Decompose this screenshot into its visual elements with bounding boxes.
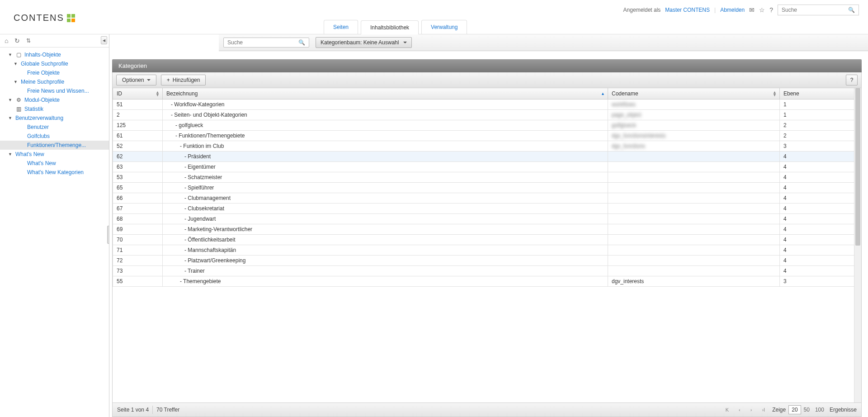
panel-toolbar: Optionen + Hinzufügen ? — [112, 72, 862, 88]
page-size: Zeige 2050100 Ergebnisse — [772, 407, 857, 413]
logout-link[interactable]: Abmelden — [720, 7, 745, 13]
table-row[interactable]: 125- golfglueckgolfglueck2 — [113, 120, 861, 131]
scrollbar-thumb[interactable] — [855, 88, 860, 246]
table-container: ID▲▼Bezeichnung▲Codename▲▼Ebene▲▼ 51- Wo… — [112, 88, 862, 403]
pager-next-icon[interactable]: › — [748, 406, 755, 413]
sidebar-item[interactable]: Freie Objekte — [0, 68, 109, 77]
header: CONTENS SeitenInhaltsbibliothekVerwaltun… — [0, 0, 868, 34]
sidebar-item[interactable]: Freie News und Wissen... — [0, 86, 109, 95]
help-icon[interactable]: ? — [769, 6, 773, 14]
column-header[interactable]: ID▲▼ — [113, 88, 163, 100]
table-row[interactable]: 63- Eigentümer4 — [113, 162, 861, 172]
sidebar-item-label: What's New — [15, 151, 44, 157]
sidebar-item[interactable]: ▥Statistik — [0, 104, 109, 114]
collapse-sidebar-icon[interactable]: ◀ — [101, 36, 107, 44]
sidebar-item[interactable]: ▼Benutzerverwaltung — [0, 114, 109, 123]
tab-inhaltsbibliothek[interactable]: Inhaltsbibliothek — [361, 20, 419, 34]
cell-name: - golfglueck — [163, 120, 608, 131]
chevron-down-icon — [147, 79, 151, 83]
pager: K ‹ › ›I Zeige 2050100 Ergebnisse — [723, 406, 857, 413]
cell-id: 65 — [113, 183, 163, 193]
table-row[interactable]: 61- Funktionen/Themengebietedgv_function… — [113, 131, 861, 141]
global-search[interactable]: 🔍 — [778, 5, 859, 15]
search-icon[interactable]: 🔍 — [298, 39, 305, 46]
show-label: Zeige — [772, 407, 786, 413]
pager-first-icon[interactable]: K — [723, 406, 731, 413]
global-search-input[interactable] — [782, 7, 845, 13]
logged-in-label: Angemeldet als — [623, 7, 661, 13]
cell-code: workflows — [608, 100, 780, 110]
table-row[interactable]: 70- Öffentlichkeitsarbeit4 — [113, 235, 861, 245]
sidebar-item[interactable]: What's New Kategorien — [0, 168, 109, 177]
sidebar-item[interactable]: ▼Meine Suchprofile — [0, 77, 109, 86]
table-row[interactable]: 53- Schatzmeister4 — [113, 172, 861, 183]
table-row[interactable]: 52- Funktion im Clubdgv_functions3 — [113, 141, 861, 152]
settings-icon[interactable]: ⇅ — [26, 38, 31, 44]
content-search-input[interactable] — [227, 39, 295, 46]
cell-id: 53 — [113, 172, 163, 183]
content-toolbar: 🔍 Kategorienbaum: Keine Auswahl — [219, 34, 868, 51]
table-row[interactable]: 2- Seiten- und Objekt-Kategorienpage_obj… — [113, 110, 861, 120]
table-row[interactable]: 51- Workflow-Kategorienworkflows1 — [113, 100, 861, 110]
table-row[interactable]: 66- Clubmanagement4 — [113, 193, 861, 204]
table-row[interactable]: 71- Mannschaftskapitän4 — [113, 245, 861, 256]
sidebar-item[interactable]: What's New — [0, 159, 109, 168]
sidebar-item[interactable]: Benutzer — [0, 123, 109, 132]
options-button[interactable]: Optionen — [116, 75, 156, 85]
column-header[interactable]: Codename▲▼ — [608, 88, 780, 100]
sidebar-item[interactable]: ▼What's New — [0, 150, 109, 159]
user-link[interactable]: Master CONTENS — [665, 7, 710, 13]
scrollbar[interactable] — [854, 88, 861, 403]
nav-tree: ▼▢Inhalts-Objekte▼Globale SuchprofileFre… — [0, 47, 109, 180]
panel-help-button[interactable]: ? — [846, 75, 858, 85]
table-row[interactable]: 65- Spielführer4 — [113, 183, 861, 193]
cell-level: 4 — [780, 256, 861, 266]
table-row[interactable]: 69- Marketing-Verantwortlicher4 — [113, 224, 861, 235]
page-size-option[interactable]: 50 — [801, 406, 812, 414]
table-row[interactable]: 72- Platzwart/Greenkeeping4 — [113, 256, 861, 266]
cell-name: - Themengebiete — [163, 276, 608, 287]
pager-prev-icon[interactable]: ‹ — [736, 406, 743, 413]
column-header[interactable]: Ebene▲▼ — [780, 88, 861, 100]
sidebar-item-label: What's New — [27, 160, 56, 166]
table-row[interactable]: 68- Jugendwart4 — [113, 214, 861, 224]
logo[interactable]: CONTENS — [14, 13, 75, 23]
sidebar-item[interactable]: Funktionen/Themenge... — [0, 141, 109, 150]
sidebar-item[interactable]: ▼⚙Modul-Objekte — [0, 95, 109, 104]
table-row[interactable]: 62- Präsident4 — [113, 152, 861, 162]
page-size-option[interactable]: 20 — [788, 405, 801, 414]
add-button[interactable]: + Hinzufügen — [161, 75, 206, 85]
cell-code — [608, 256, 780, 266]
panel-footer: Seite 1 von 4 70 Treffer K ‹ › ›I Zeige … — [112, 403, 862, 417]
tab-verwaltung[interactable]: Verwaltung — [421, 20, 467, 34]
cell-id: 71 — [113, 245, 163, 256]
table-row[interactable]: 67- Clubsekretariat4 — [113, 204, 861, 214]
sidebar-item-label: Meine Suchprofile — [21, 79, 64, 85]
column-header[interactable]: Bezeichnung▲ — [163, 88, 608, 100]
resize-handle[interactable] — [107, 226, 109, 244]
refresh-icon[interactable]: ↻ — [14, 37, 20, 44]
home-icon[interactable]: ⌂ — [5, 37, 8, 44]
chevron-down-icon: ▼ — [14, 62, 18, 66]
cell-code — [608, 214, 780, 224]
sidebar-item[interactable]: ▼Globale Suchprofile — [0, 59, 109, 68]
cell-id: 55 — [113, 276, 163, 287]
category-tree-dropdown[interactable]: Kategorienbaum: Keine Auswahl — [316, 37, 412, 48]
pager-last-icon[interactable]: ›I — [759, 406, 768, 413]
cell-id: 67 — [113, 204, 163, 214]
table-row[interactable]: 55- Themengebietedgv_interests3 — [113, 276, 861, 287]
cell-level: 4 — [780, 193, 861, 204]
tab-seiten[interactable]: Seiten — [324, 20, 358, 34]
sidebar-item-label: Statistik — [24, 106, 43, 112]
page-size-option[interactable]: 100 — [812, 406, 827, 414]
sidebar-item[interactable]: ▼▢Inhalts-Objekte — [0, 50, 109, 59]
search-icon[interactable]: 🔍 — [848, 7, 855, 13]
sort-icon: ▲ — [601, 92, 605, 95]
mail-icon[interactable]: ✉ — [749, 6, 755, 14]
table-row[interactable]: 73- Trainer4 — [113, 266, 861, 276]
sidebar-item[interactable]: Golfclubs — [0, 132, 109, 141]
logo-icon — [67, 14, 75, 22]
cell-code: page_object — [608, 110, 780, 120]
content-search[interactable]: 🔍 — [223, 38, 309, 47]
star-icon[interactable]: ☆ — [759, 6, 765, 14]
